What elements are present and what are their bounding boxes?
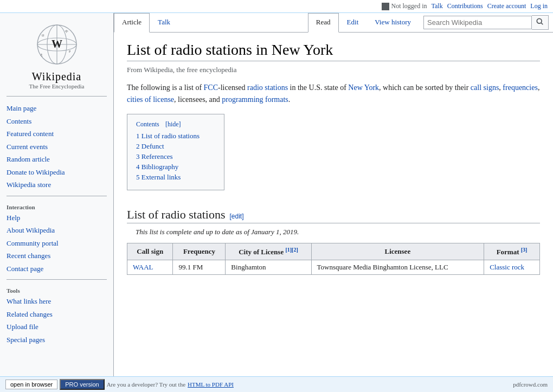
contributions-link[interactable]: Contributions [447,2,483,10]
svg-text:Ω: Ω [42,34,44,37]
sidebar-item-help[interactable]: Help [0,211,113,224]
toc-hide-label[interactable]: [hide] [165,120,181,128]
toc-item-1[interactable]: 1 List of radio stations [136,132,215,140]
tab-bar: Article Talk Read Edit View history [114,13,553,33]
toc-item-4[interactable]: 4 Bibliography [136,163,215,171]
search-button[interactable] [532,15,549,30]
search-area [419,13,553,32]
search-icon [536,18,544,25]
toc-item-2[interactable]: 2 Defunct [136,142,215,151]
logo-subtitle: The Free Encyclopedia [0,83,113,89]
tools-header: Tools [0,285,113,295]
open-browser-button[interactable]: open in browser [5,380,57,382]
svg-line-11 [541,23,543,24]
waal-link[interactable]: WAAL [133,263,153,271]
interaction-header: Interaction [0,202,113,211]
radio-stations-link[interactable]: radio stations [247,83,288,92]
col-header-city-sup2: [2] [292,247,298,253]
svg-text:ع: ع [41,53,43,56]
col-header-city[interactable]: City of License [1][2] [226,243,311,260]
top-bar: Not logged in Talk Contributions Create … [0,0,553,13]
log-in-link[interactable]: Log in [530,2,548,10]
toc-item-3[interactable]: 3 References [136,152,215,161]
toc-header: Contents [hide] [136,120,215,128]
sidebar-item-contact[interactable]: Contact page [0,262,113,275]
search-input[interactable] [423,16,532,29]
sidebar-item-about[interactable]: About Wikipedia [0,224,113,237]
cell-licensee: Townsquare Media Binghamton License, LLC [311,260,484,275]
section-title-text: List of radio stations [127,208,225,222]
call-signs-link[interactable]: call signs [471,83,499,92]
tab-article[interactable]: Article [114,13,150,33]
section-edit-link[interactable]: edit [232,213,242,220]
create-account-link[interactable]: Create account [487,2,526,10]
section-list-title: List of radio stations [edit] [127,208,540,223]
sidebar-item-special-pages[interactable]: Special pages [0,333,113,346]
format-link[interactable]: Classic rock [490,263,524,271]
logo-area: W Ω 中 Р ع Wikipedia The Free Encyclopedi… [0,17,113,94]
cell-city: Binghamton [226,260,311,275]
interaction-section: Interaction Help About Wikipedia Communi… [0,198,113,278]
tab-edit[interactable]: Edit [339,13,367,33]
not-logged-in-text: Not logged in [391,2,427,10]
formats-link[interactable]: programming formats [222,95,288,104]
cell-frequency: 99.1 FM [173,260,226,275]
col-header-format-sup: [3] [521,247,528,253]
pdfcrowd-logo: pdfcrowd.com [513,381,548,382]
article: List of radio stations in New York From … [114,33,553,284]
user-icon [382,3,389,10]
bottom-left: open in browser PRO version Are you a de… [5,379,234,382]
stations-table: Call sign Frequency City of License [1][… [127,243,540,275]
new-york-link[interactable]: New York [348,83,379,92]
toc-item-5[interactable]: 5 External links [136,173,215,182]
navigation-section: Main page Contents Featured content Curr… [0,99,113,194]
fcc-link[interactable]: FCC [204,83,218,92]
sidebar-item-random-article[interactable]: Random article [0,153,113,166]
sidebar-item-store[interactable]: Wikipedia store [0,178,113,191]
sidebar-item-related-changes[interactable]: Related changes [0,308,113,321]
table-row: WAAL 99.1 FM Binghamton Townsquare Media… [127,260,540,275]
sidebar-item-contents[interactable]: Contents [0,115,113,128]
layout: W Ω 中 Р ع Wikipedia The Free Encyclopedi… [0,13,553,382]
tab-view-history[interactable]: View history [366,13,419,33]
sidebar-item-recent-changes[interactable]: Recent changes [0,249,113,262]
bottom-bar: open in browser PRO version Are you a de… [0,376,553,382]
col-header-format[interactable]: Format [3] [484,243,540,260]
dev-text: Are you a developer? Try out the [107,381,185,382]
table-body: WAAL 99.1 FM Binghamton Townsquare Media… [127,260,540,275]
svg-text:中: 中 [65,30,68,33]
article-title: List of radio stations in New York [127,41,540,61]
main-content: Article Talk Read Edit View history List… [114,13,553,382]
sidebar-item-current-events[interactable]: Current events [0,140,113,153]
sidebar-item-upload-file[interactable]: Upload file [0,320,113,333]
svg-point-10 [537,18,542,23]
frequencies-link[interactable]: frequencies [503,83,538,92]
pro-version-button[interactable]: PRO version [60,379,104,382]
talk-link[interactable]: Talk [432,2,443,10]
sidebar-item-featured-content[interactable]: Featured content [0,127,113,140]
article-intro: The following is a list of FCC-licensed … [127,82,540,106]
sidebar-item-community-portal[interactable]: Community portal [0,237,113,250]
svg-text:W: W [52,38,62,50]
logo-title: Wikipedia [0,70,113,83]
section-edit: [edit] [229,213,243,220]
cities-link[interactable]: cities of license [127,95,174,104]
cell-format: Classic rock [484,260,540,275]
col-header-licensee[interactable]: Licensee [311,243,484,260]
toc: Contents [hide] 1 List of radio stations… [127,114,224,190]
sidebar-divider-3 [7,279,107,280]
sidebar-item-what-links[interactable]: What links here [0,295,113,308]
col-header-frequency[interactable]: Frequency [173,243,226,260]
api-link[interactable]: HTML to PDF API [188,381,234,382]
svg-text:Р: Р [69,50,71,53]
section-note: This list is complete and up to date as … [127,228,540,236]
sidebar-item-donate[interactable]: Donate to Wikipedia [0,166,113,179]
sidebar-divider-1 [7,96,107,97]
tab-talk[interactable]: Talk [150,13,178,33]
tools-section: Tools What links here Related changes Up… [0,282,113,348]
sidebar: W Ω 中 Р ع Wikipedia The Free Encyclopedi… [0,13,114,382]
tab-read[interactable]: Read [308,13,339,33]
sidebar-item-main-page[interactable]: Main page [0,102,113,115]
wikipedia-logo: W Ω 中 Р ع [35,23,79,66]
col-header-call-sign[interactable]: Call sign [127,243,173,260]
